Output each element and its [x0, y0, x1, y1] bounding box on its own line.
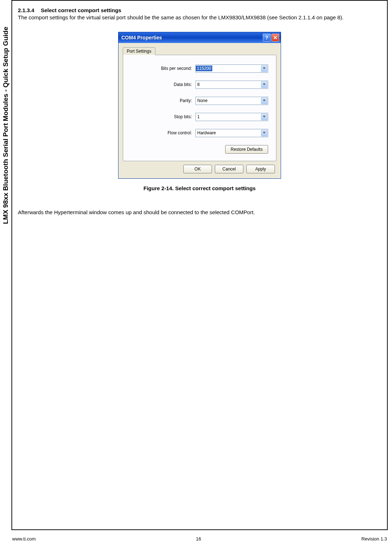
button-label: Cancel	[222, 167, 236, 172]
tab-label: Port Settings	[127, 49, 151, 54]
select-flow-control[interactable]: Hardware	[195, 129, 268, 137]
select-stop-bits[interactable]: 1	[195, 113, 268, 121]
chevron-down-icon	[261, 97, 267, 104]
tab-strip: Port Settings	[123, 47, 276, 55]
followup-paragraph: Afterwards the Hyperterminal window come…	[18, 209, 381, 215]
label-bits-per-second: Bits per second:	[131, 66, 195, 71]
tab-panel: Bits per second: 115200 Data bits: 8	[123, 55, 276, 161]
restore-row: Restore Defaults	[131, 145, 268, 154]
chevron-down-icon	[261, 114, 267, 120]
field-data-bits: Data bits: 8	[131, 81, 268, 89]
select-data-bits[interactable]: 8	[195, 81, 268, 89]
button-label: Apply	[255, 167, 266, 172]
dialog-titlebar[interactable]: COM4 Properties ?	[118, 32, 281, 43]
label-data-bits: Data bits:	[131, 82, 195, 87]
select-value: 8	[196, 82, 200, 87]
close-icon	[274, 35, 277, 40]
footer-revision: Revision 1.3	[361, 536, 387, 542]
select-parity[interactable]: None	[195, 97, 268, 105]
titlebar-buttons: ?	[263, 34, 279, 42]
section-number: 2.1.3.4	[18, 7, 34, 13]
field-flow-control: Flow control: Hardware	[131, 129, 268, 137]
select-value: 115200	[196, 66, 212, 71]
com-properties-dialog: COM4 Properties ? Port Settings	[118, 32, 281, 179]
figure-caption: Figure 2-14. Select correct comport sett…	[144, 185, 256, 191]
select-bits-per-second[interactable]: 115200	[195, 64, 268, 73]
cancel-button[interactable]: Cancel	[215, 165, 243, 173]
ok-button[interactable]: OK	[183, 165, 212, 173]
sidebar-title-container: LMX 98xx Bluetooth Serial Port Modules -…	[1, 0, 11, 251]
chevron-down-icon	[261, 65, 267, 72]
footer-page-number: 16	[196, 536, 201, 542]
page-content: 2.1.3.4Select correct comport settings T…	[18, 7, 381, 215]
chevron-down-icon	[261, 81, 267, 88]
select-value: 1	[196, 114, 200, 119]
dialog-body: Port Settings Bits per second: 115200	[118, 43, 281, 178]
sidebar-title: LMX 98xx Bluetooth Serial Port Modules -…	[2, 27, 10, 224]
dialog-title: COM4 Properties	[121, 35, 263, 40]
help-button[interactable]: ?	[263, 34, 271, 42]
label-stop-bits: Stop bits:	[131, 114, 195, 119]
section-title: Select correct comport settings	[41, 7, 121, 13]
field-parity: Parity: None	[131, 97, 268, 105]
button-label: Restore Defaults	[231, 147, 262, 152]
tab-port-settings[interactable]: Port Settings	[123, 47, 155, 55]
figure-container: COM4 Properties ? Port Settings	[18, 32, 381, 191]
select-value: Hardware	[196, 130, 216, 135]
dialog-bottom-buttons: OK Cancel Apply	[123, 161, 276, 175]
section-heading: 2.1.3.4Select correct comport settings	[18, 7, 381, 13]
field-bits-per-second: Bits per second: 115200	[131, 64, 268, 73]
page-footer: www.ti.com 16 Revision 1.3	[12, 536, 387, 542]
apply-button[interactable]: Apply	[246, 165, 275, 173]
close-button[interactable]	[271, 34, 279, 42]
help-icon: ?	[265, 35, 268, 40]
chevron-down-icon	[261, 130, 267, 136]
footer-url: www.ti.com	[12, 536, 36, 542]
restore-defaults-button[interactable]: Restore Defaults	[225, 145, 268, 154]
label-flow-control: Flow control:	[131, 130, 195, 135]
button-label: OK	[194, 167, 200, 172]
intro-paragraph: The comport settings for the virtual ser…	[18, 14, 381, 21]
label-parity: Parity:	[131, 98, 195, 103]
select-value: None	[196, 98, 208, 103]
field-stop-bits: Stop bits: 1	[131, 113, 268, 121]
